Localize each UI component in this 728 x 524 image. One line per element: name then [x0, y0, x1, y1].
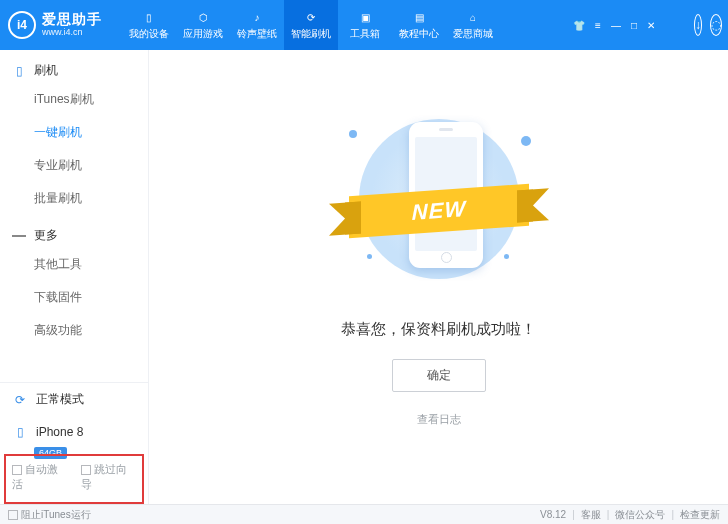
wechat-link[interactable]: 微信公众号 [615, 508, 665, 522]
topnav-label: 应用游戏 [183, 27, 223, 41]
sidebar-group-flash: ▯ 刷机 [0, 50, 148, 83]
topnav-item-1[interactable]: ⬡应用游戏 [176, 0, 230, 50]
topnav-icon: ⬡ [193, 9, 213, 25]
hamburger-icon [12, 229, 26, 243]
window-controls: 👕 ≡ — □ ✕ ↓ ◌ [570, 14, 728, 36]
topnav-item-2[interactable]: ♪铃声壁纸 [230, 0, 284, 50]
topnav-label: 智能刷机 [291, 27, 331, 41]
sidebar-item[interactable]: 高级功能 [0, 314, 148, 347]
statusbar: 阻止iTunes运行 V8.12 | 客服 | 微信公众号 | 检查更新 [0, 504, 728, 524]
device-name: iPhone 8 [36, 425, 83, 439]
download-icon[interactable]: ↓ [694, 14, 702, 36]
device-mode-row[interactable]: ⟳ 正常模式 [0, 383, 148, 416]
device-icon: ▯ [12, 424, 28, 440]
update-link[interactable]: 检查更新 [680, 508, 720, 522]
topnav-item-3[interactable]: ⟳智能刷机 [284, 0, 338, 50]
sidebar-item[interactable]: 专业刷机 [0, 149, 148, 182]
hero-illustration: NEW [319, 104, 559, 294]
titlebar: i4 爱思助手 www.i4.cn ▯我的设备⬡应用游戏♪铃声壁纸⟳智能刷机▣工… [0, 0, 728, 50]
account-icon[interactable]: ◌ [710, 14, 722, 36]
topnav-label: 我的设备 [129, 27, 169, 41]
sidebar-group-more: 更多 [0, 215, 148, 248]
close-icon[interactable]: ✕ [644, 18, 658, 33]
topnav-icon: ⟳ [301, 9, 321, 25]
maximize-icon[interactable]: □ [628, 18, 640, 33]
sidebar-item[interactable]: 下载固件 [0, 281, 148, 314]
topnav-icon: ▤ [409, 9, 429, 25]
auto-activate-checkbox[interactable]: 自动激活 [12, 462, 67, 492]
topnav-icon: ♪ [247, 9, 267, 25]
support-link[interactable]: 客服 [581, 508, 601, 522]
main-content: NEW 恭喜您，保资料刷机成功啦！ 确定 查看日志 [149, 50, 728, 504]
topnav-label: 教程中心 [399, 27, 439, 41]
phone-icon: ▯ [12, 64, 26, 78]
app-site: www.i4.cn [42, 28, 102, 38]
view-log-link[interactable]: 查看日志 [149, 412, 728, 427]
sidebar-item[interactable]: 一键刷机 [0, 116, 148, 149]
sidebar-group-label: 刷机 [34, 62, 58, 79]
version-label: V8.12 [540, 509, 566, 520]
sidebar: ▯ 刷机 iTunes刷机一键刷机专业刷机批量刷机 更多 其他工具下载固件高级功… [0, 50, 149, 504]
topnav-icon: ▣ [355, 9, 375, 25]
top-nav: ▯我的设备⬡应用游戏♪铃声壁纸⟳智能刷机▣工具箱▤教程中心⌂爱思商城 [122, 0, 500, 50]
menu-icon[interactable]: ≡ [592, 18, 604, 33]
confirm-button[interactable]: 确定 [392, 359, 486, 392]
sidebar-item[interactable]: 其他工具 [0, 248, 148, 281]
sidebar-group-label: 更多 [34, 227, 58, 244]
topnav-label: 爱思商城 [453, 27, 493, 41]
topnav-label: 工具箱 [350, 27, 380, 41]
sidebar-item[interactable]: iTunes刷机 [0, 83, 148, 116]
topnav-icon: ⌂ [463, 9, 483, 25]
device-mode-label: 正常模式 [36, 391, 84, 408]
app-logo: i4 爱思助手 www.i4.cn [0, 11, 112, 39]
sidebar-item[interactable]: 批量刷机 [0, 182, 148, 215]
block-itunes-checkbox[interactable]: 阻止iTunes运行 [8, 508, 91, 522]
activation-options: 自动激活 跳过向导 [4, 454, 144, 504]
logo-icon: i4 [8, 11, 36, 39]
skin-icon[interactable]: 👕 [570, 18, 588, 33]
app-title: 爱思助手 [42, 12, 102, 27]
refresh-icon: ⟳ [12, 392, 28, 408]
topnav-item-0[interactable]: ▯我的设备 [122, 0, 176, 50]
device-row[interactable]: ▯ iPhone 8 [0, 416, 148, 442]
success-message: 恭喜您，保资料刷机成功啦！ [149, 320, 728, 339]
topnav-label: 铃声壁纸 [237, 27, 277, 41]
minimize-icon[interactable]: — [608, 18, 624, 33]
topnav-item-4[interactable]: ▣工具箱 [338, 0, 392, 50]
skip-wizard-checkbox[interactable]: 跳过向导 [81, 462, 136, 492]
topnav-icon: ▯ [139, 9, 159, 25]
topnav-item-5[interactable]: ▤教程中心 [392, 0, 446, 50]
topnav-item-6[interactable]: ⌂爱思商城 [446, 0, 500, 50]
